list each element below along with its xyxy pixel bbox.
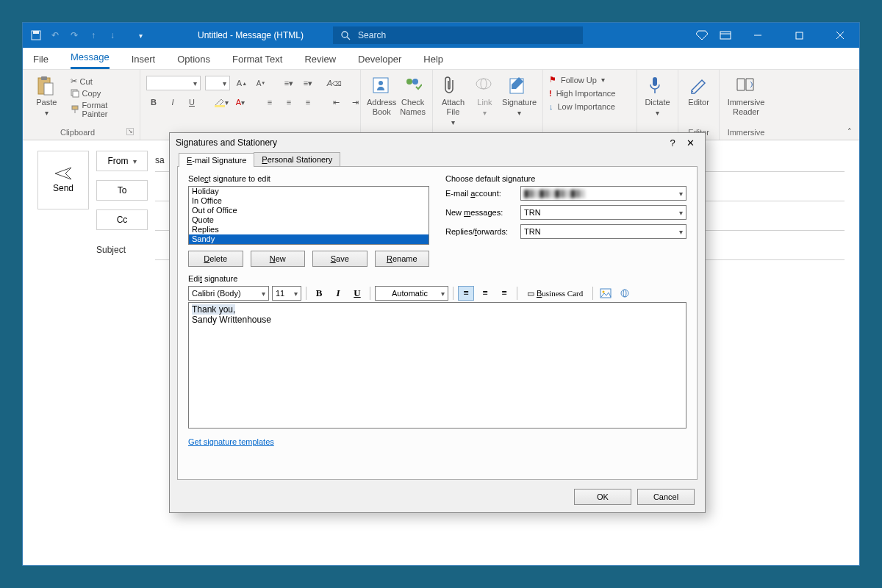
tab-help[interactable]: Help — [423, 49, 443, 69]
signature-editor[interactable]: Thank you, Sandy Writtenhouse — [188, 302, 686, 429]
tab-personal-stationery[interactable]: Personal Stationery — [254, 152, 340, 166]
tab-options[interactable]: Options — [177, 49, 210, 69]
editor-align-right-button[interactable]: ≡ — [496, 286, 512, 301]
cc-button[interactable]: Cc — [96, 209, 148, 230]
tab-file[interactable]: File — [33, 49, 49, 69]
minimize-button[interactable] — [743, 23, 772, 48]
replies-forwards-combo[interactable]: TRN▾ — [520, 224, 686, 239]
high-importance-button[interactable]: !High Importance — [549, 88, 615, 98]
scissors-icon: ✂ — [71, 76, 77, 86]
chevron-down-icon: ▾ — [45, 109, 49, 118]
increase-indent-icon[interactable]: ⇥ — [348, 95, 362, 110]
cut-button[interactable]: ✂Cut — [68, 76, 134, 87]
signature-button[interactable]: Signature▾ — [502, 73, 537, 118]
email-account-label: E-mail account: — [445, 189, 514, 198]
tab-format-text[interactable]: Format Text — [232, 49, 282, 69]
business-card-button[interactable]: ▭Business Card — [522, 286, 588, 301]
down-arrow-icon[interactable]: ↓ — [107, 29, 118, 41]
redo-icon[interactable]: ↷ — [68, 29, 80, 41]
highlight-icon[interactable]: ▾ — [214, 95, 229, 110]
ok-button[interactable]: OK — [574, 489, 631, 505]
copy-button[interactable]: Copy — [68, 88, 134, 98]
grow-font-icon[interactable]: A▲ — [234, 76, 249, 90]
list-item-selected[interactable]: Sandy — [189, 234, 429, 244]
to-button[interactable]: To — [96, 180, 148, 201]
tab-insert[interactable]: Insert — [132, 49, 156, 69]
svg-point-27 — [603, 291, 605, 293]
italic-button[interactable]: I — [165, 95, 180, 110]
dialog-help-button[interactable]: ? — [664, 137, 681, 148]
list-item[interactable]: Replies — [189, 225, 429, 234]
low-importance-button[interactable]: ↓Low Importance — [549, 101, 615, 112]
editor-fontsize-combo[interactable]: 11▾ — [272, 286, 301, 301]
dialog-launcher-icon[interactable]: ↘ — [126, 128, 134, 135]
list-item[interactable]: In Office — [189, 196, 429, 206]
dialog-close-button[interactable]: ✕ — [681, 137, 699, 148]
new-button[interactable]: New — [251, 251, 306, 267]
search-box[interactable] — [333, 26, 583, 44]
list-item[interactable]: Out of Office — [189, 206, 429, 215]
underline-button[interactable]: U — [184, 95, 199, 110]
list-item[interactable]: Holiday — [189, 187, 429, 196]
font-color-icon[interactable]: A▾ — [233, 95, 248, 110]
collapse-ribbon-icon[interactable]: ˄ — [847, 127, 852, 137]
link-button[interactable]: Link▾ — [470, 73, 499, 118]
dictate-button[interactable]: Dictate▾ — [643, 73, 672, 118]
check-names-button[interactable]: Check Names — [399, 73, 426, 117]
send-button[interactable]: Send — [37, 151, 89, 209]
list-item[interactable]: Quote — [189, 215, 429, 225]
delete-button[interactable]: Delete — [188, 251, 243, 267]
bold-button[interactable]: B — [146, 95, 161, 110]
align-left-icon[interactable]: ≡ — [262, 95, 277, 110]
format-painter-button[interactable]: Format Painter — [68, 100, 134, 119]
new-messages-combo[interactable]: TRN▾ — [520, 205, 686, 220]
insert-picture-button[interactable] — [598, 286, 614, 301]
editor-font-combo[interactable]: Calibri (Body)▾ — [188, 286, 269, 301]
cancel-button[interactable]: Cancel — [637, 489, 695, 505]
tab-message[interactable]: Message — [71, 47, 110, 69]
insert-hyperlink-button[interactable] — [617, 286, 633, 301]
email-account-combo[interactable]: ▓▒░▓▒░▓▒░▓▒░▾ — [520, 186, 686, 201]
editor-align-left-button[interactable]: ≡ — [458, 286, 474, 301]
tab-developer[interactable]: Developer — [358, 49, 401, 69]
follow-up-button[interactable]: ⚑Follow Up▾ — [549, 74, 605, 85]
svg-line-3 — [347, 37, 350, 40]
align-center-icon[interactable]: ≡ — [282, 95, 296, 110]
signature-listbox[interactable]: Holiday In Office Out of Office Quote Re… — [188, 186, 429, 245]
font-name-combo[interactable]: ▾ — [146, 76, 201, 90]
up-arrow-icon[interactable]: ↑ — [87, 29, 99, 41]
svg-point-19 — [379, 81, 383, 85]
editor-align-center-button[interactable]: ≡ — [477, 286, 493, 301]
tab-email-signature[interactable]: E-mail Signature — [179, 153, 254, 167]
tab-review[interactable]: Review — [304, 49, 336, 69]
search-input[interactable] — [358, 30, 576, 40]
rename-button[interactable]: Rename — [375, 251, 430, 267]
from-button[interactable]: From▾ — [96, 151, 148, 171]
maximize-button[interactable] — [784, 23, 814, 48]
save-button[interactable]: Save — [312, 251, 368, 267]
font-size-combo[interactable]: ▾ — [205, 76, 230, 90]
shrink-font-icon[interactable]: A▼ — [254, 76, 268, 90]
ribbon-display-icon[interactable] — [720, 31, 731, 40]
book-speaker-icon — [736, 76, 756, 96]
align-right-icon[interactable]: ≡ — [301, 95, 315, 110]
diamond-icon[interactable] — [696, 30, 708, 40]
editor-bold-button[interactable]: B — [311, 286, 327, 301]
bullets-icon[interactable]: ≡▾ — [282, 76, 296, 90]
qat-customize-icon[interactable]: ▾ — [135, 29, 146, 41]
undo-icon[interactable]: ↶ — [49, 29, 61, 41]
get-templates-link[interactable]: Get signature templates — [188, 437, 274, 446]
editor-button[interactable]: Editor — [684, 73, 713, 107]
editor-color-combo[interactable]: Automatic▾ — [375, 286, 448, 301]
paste-button[interactable]: Paste ▾ — [29, 73, 65, 118]
editor-italic-button[interactable]: I — [330, 286, 346, 301]
close-button[interactable] — [825, 23, 855, 48]
numbering-icon[interactable]: ≡▾ — [301, 76, 315, 90]
attach-file-button[interactable]: Attach File▾ — [439, 73, 467, 127]
decrease-indent-icon[interactable]: ⇤ — [329, 95, 343, 110]
immersive-reader-button[interactable]: Immersive Reader — [725, 73, 767, 117]
editor-underline-button[interactable]: U — [349, 286, 365, 301]
save-icon[interactable] — [30, 29, 42, 41]
clear-formatting-icon[interactable]: A⌫ — [327, 76, 342, 90]
address-book-button[interactable]: Address Book — [367, 73, 396, 117]
